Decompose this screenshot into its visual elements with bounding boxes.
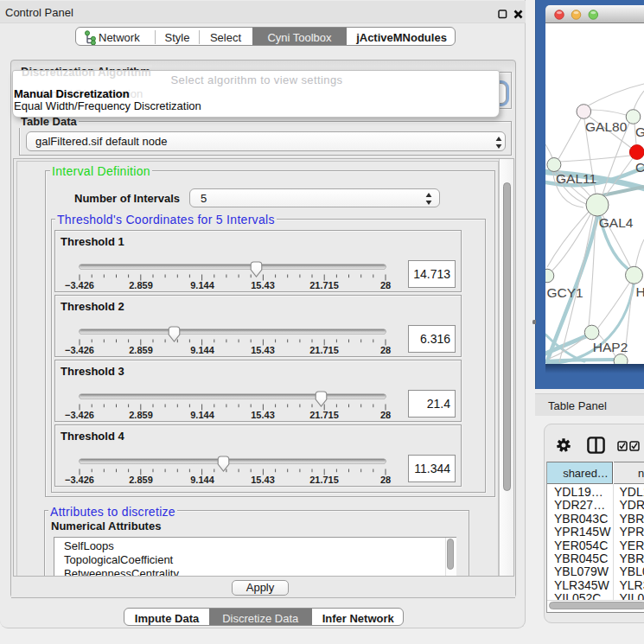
svg-text:GA: GA (635, 124, 644, 139)
svg-text:GAL4: GAL4 (599, 215, 634, 230)
svg-text:GCY1: GCY1 (546, 285, 583, 300)
svg-text:HA: HA (636, 284, 644, 299)
svg-text:GAL11: GAL11 (556, 171, 596, 186)
svg-text:HAP2: HAP2 (593, 340, 628, 354)
svg-text:CY: CY (635, 160, 644, 175)
svg-text:GAL80: GAL80 (585, 119, 628, 134)
